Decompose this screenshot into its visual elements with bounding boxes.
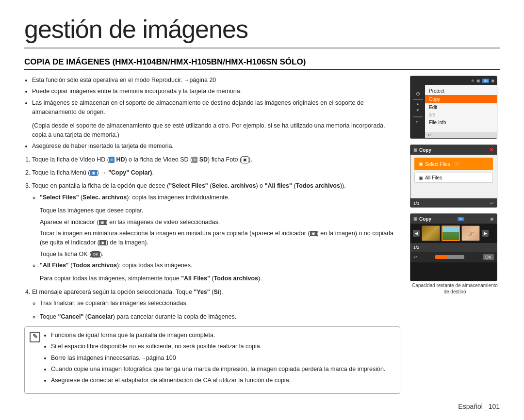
all-files-option[interactable]: ▣ All Files [414,173,493,183]
step4-sub-bullets: Tras finalizar, se copiarán las imágenes… [40,299,400,322]
menu-protect: Protect [425,87,497,95]
screen1-menu: ⊕ ▣ IN ▣ Protect Copy Edit 2/2 File Info [425,76,497,138]
step3-sub-2: "All Files" (Todos archivos): copia toda… [40,261,400,270]
step3-sub-bullets: "Select Files" (Selec. archivos): copia … [40,193,400,202]
bullet-3: Las imágenes se almacenan en el soporte … [32,98,400,117]
screen3-header: ▣ Copy IN ▣ [410,214,497,224]
screen1-menu-items: Protect Copy Edit 2/2 File Info [425,85,497,132]
indent-note: (Copia desde el soporte de almacenamient… [32,121,400,140]
page-footer: Español _101 [458,403,500,410]
text-column: Esta función sólo está operativa en el m… [24,76,400,394]
screen3-footer: ↩ OK [410,252,497,262]
storage-bar [435,255,464,259]
prev-arrow[interactable]: ◀ [413,230,420,237]
bullet-2: Puede copiar imágenes entre la memoria i… [32,87,400,96]
screen3-wrapper: ▣ Copy IN ▣ ◀ ☞ [410,213,500,295]
screen2-wrapper: ▣ Copy ✕ ▣ Select Files ☞ ▣ Al [410,145,500,208]
step3-indent-4: Toque la ficha OK (OK). [40,250,400,259]
menu-copy[interactable]: Copy [425,95,497,103]
ok-button[interactable]: OK [483,254,494,260]
thumb-3[interactable]: ☞ [461,226,480,241]
screen3-counter: 1/2 [413,245,420,250]
intro-bullets-2: Asegúrese de haber insertado la tarjeta … [32,142,400,151]
bullet-1: Esta función sólo está operativa en el m… [32,76,400,85]
screen2-title: ▣ Copy [413,147,431,153]
step4-sub-1: Tras finalizar, se copiarán las imágenes… [40,299,400,308]
note-bullets: Funciona de igual forma que la pantalla … [51,331,385,386]
screen2-footer: 1/1 ↩ [410,198,497,208]
storage-caption: Capacidad restante de almacenamiento de … [410,282,500,295]
section-title: COPIA DE IMÁGENES (HMX-H104BN/HMX-H105BN… [24,57,500,70]
note-5: Asegúrese de conectar el adaptador de al… [51,376,385,385]
screen2-close-icon[interactable]: ✕ [489,146,494,153]
screen1: ⊕ ▲ ▼ ↩ ⊕ ▣ IN ▣ [410,76,497,139]
screen3-thumbnails: ◀ ☞ ▶ [410,224,497,243]
page-container: gestión de imágenes COPIA DE IMÁGENES (H… [0,0,524,404]
screen3-title: ▣ Copy [413,216,431,222]
note-2: Si el espacio libre disponible no es suf… [51,342,385,351]
thumb-2[interactable] [442,226,460,241]
step-4: El mensaje aparecerá según la opción sel… [32,288,400,322]
note-icon: ✎ [30,332,40,342]
step-2: Toque la ficha Menú (▣) → "Copy" Copiar)… [32,168,400,178]
page-title: gestión de imágenes [24,15,500,48]
thumb-1[interactable] [422,226,440,241]
step3-indent-5: Para copiar todas las imágenes, simpleme… [40,274,400,283]
select-files-option[interactable]: ▣ Select Files ☞ [414,158,493,170]
screen2-header: ▣ Copy ✕ [410,145,497,155]
bullet-4: Asegúrese de haber insertado la tarjeta … [32,142,400,151]
footer-page-number: _101 [485,403,500,410]
step3-sub-bullets-2: "All Files" (Todos archivos): copia toda… [40,261,400,270]
content-area: Esta función sólo está operativa en el m… [24,76,500,394]
screen3-storage-icon: ▣ [490,217,494,221]
step4-sub-2: Toque "Cancel" (Cancelar) para cancelar … [40,312,400,322]
menu-edit: Edit [425,103,497,112]
screen3: ▣ Copy IN ▣ ◀ ☞ [410,213,497,281]
step-3: Toque en pantalla la ficha de la opción … [32,181,400,283]
next-arrow[interactable]: ▶ [482,230,489,237]
images-column: ⊕ ▲ ▼ ↩ ⊕ ▣ IN ▣ [410,76,500,394]
note-4: Cuando copie una imagen fotográfica que … [51,365,385,374]
step3-indent-2: Aparece el indicador (▣) en las imágenes… [40,218,400,227]
step3-indent-3: Tocar la imagen en miniatura selecciona … [40,229,400,248]
screen1-header: ⊕ ▣ IN ▣ [425,76,497,85]
storage-fill [435,255,447,259]
step-1: Toque la ficha de Video HD (⊕ HD) o la f… [32,155,400,164]
note-3: Borre las imágenes innecesarias.→página … [51,354,385,363]
note-1: Funciona de igual forma que la pantalla … [51,331,385,340]
note-box: ✎ Funciona de igual forma que la pantall… [24,326,400,394]
screen2: ▣ Copy ✕ ▣ Select Files ☞ ▣ Al [410,145,497,208]
step3-indent-1: Toque las imágenes que desee copiar. [40,206,400,215]
screen1-sidebar: ⊕ ▲ ▼ ↩ [410,76,425,138]
note-content: Funciona de igual forma que la pantalla … [44,331,385,389]
steps-list: Toque la ficha de Video HD (⊕ HD) o la f… [32,155,400,322]
screen2-counter: 1/1 [413,201,420,206]
intro-bullets: Esta función sólo está operativa en el m… [32,76,400,117]
screen2-content: ▣ Select Files ☞ ▣ All Files [410,155,497,198]
screen1-counter: 2/2 [425,112,497,118]
footer-language: Español [458,403,483,410]
menu-fileinfo: File Info [425,118,497,127]
screen3-nav: 1/2 [410,243,497,252]
screen1-bottom: ↩ [425,132,497,138]
screen3-in-badge: IN [458,217,464,221]
step3-sub-1: "Select Files" (Selec. archivos): copia … [40,193,400,202]
